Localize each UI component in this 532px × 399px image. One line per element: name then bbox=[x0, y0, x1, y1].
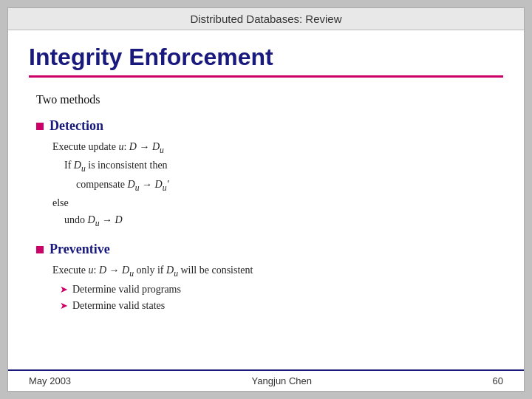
preventive-sub1-text: Determine valid programs bbox=[72, 282, 181, 298]
arrow-icon-2: ➤ bbox=[60, 299, 68, 314]
slide-title: Integrity Enforcement bbox=[29, 44, 503, 78]
method-preventive-detail: Execute u: D → Du only if Du will be con… bbox=[52, 262, 503, 314]
math-d3: D bbox=[99, 265, 106, 276]
preventive-sub2: ➤ Determine valid states bbox=[60, 298, 503, 314]
method-preventive: Preventive Execute u: D → Du only if Du … bbox=[36, 239, 503, 314]
footer-left: May 2003 bbox=[29, 375, 71, 386]
slide-footer: May 2003 Yangjun Chen 60 bbox=[8, 369, 524, 391]
slide-content: Two methods Detection Execute update u: … bbox=[29, 91, 503, 362]
bullet-preventive bbox=[36, 246, 44, 253]
method-detection: Detection Execute update u: D → Du If Du… bbox=[36, 116, 503, 231]
detection-line2: If Du is inconsistent then bbox=[64, 157, 503, 176]
header-title: Distributed Databases: Review bbox=[190, 13, 341, 25]
math-du3: Du bbox=[128, 179, 140, 190]
method-preventive-header: Preventive bbox=[36, 239, 503, 259]
math-du2: Du bbox=[74, 160, 86, 171]
method-detection-title: Detection bbox=[50, 116, 103, 136]
method-preventive-title: Preventive bbox=[50, 239, 110, 259]
math-du4: Du bbox=[88, 214, 100, 225]
detection-line1: Execute update u: D → Du bbox=[52, 139, 503, 157]
math-du5: Du bbox=[122, 265, 134, 276]
arrow-icon-1: ➤ bbox=[60, 282, 68, 298]
method-detection-header: Detection bbox=[36, 116, 503, 136]
slide: Distributed Databases: Review Integrity … bbox=[7, 7, 525, 392]
detection-line3: compensate Du → Du' bbox=[76, 177, 503, 195]
detection-line4: else bbox=[52, 195, 503, 211]
method-detection-detail: Execute update u: D → Du If Du is incons… bbox=[52, 139, 503, 231]
math-d1: D bbox=[129, 141, 137, 152]
preventive-sub1: ➤ Determine valid programs bbox=[60, 282, 503, 298]
math-u1: u bbox=[118, 141, 123, 152]
math-d2: D bbox=[115, 214, 122, 225]
slide-body: Integrity Enforcement Two methods Detect… bbox=[8, 30, 524, 369]
math-du1: Du bbox=[152, 141, 164, 152]
math-du-prime: Du' bbox=[155, 179, 169, 190]
detection-line5: undo Du → D bbox=[64, 212, 503, 231]
slide-header: Distributed Databases: Review bbox=[8, 8, 524, 30]
footer-right: 60 bbox=[493, 375, 503, 386]
math-u2: u bbox=[89, 265, 94, 276]
math-du6: Du bbox=[166, 265, 178, 276]
bullet-detection bbox=[36, 123, 44, 130]
preventive-sub2-text: Determine valid states bbox=[72, 298, 165, 314]
footer-center: Yangjun Chen bbox=[252, 375, 312, 386]
two-methods-label: Two methods bbox=[36, 91, 503, 109]
preventive-line1: Execute u: D → Du only if Du will be con… bbox=[52, 262, 503, 281]
